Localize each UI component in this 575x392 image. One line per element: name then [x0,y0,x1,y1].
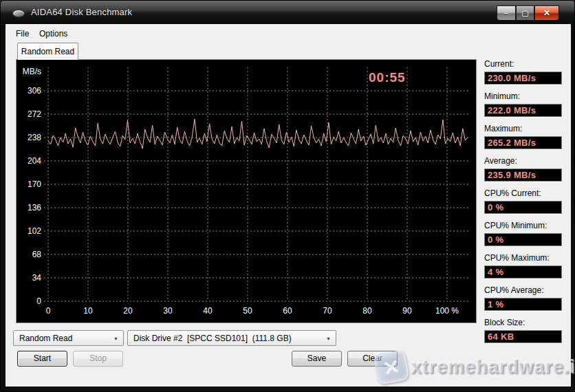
stat-cpu-maximum: CPU% Maximum: 4 % [484,253,565,279]
client-area: File Options Random Read 306272238204170… [6,24,571,386]
svg-text:20: 20 [123,306,133,316]
svg-text:40: 40 [203,306,213,316]
svg-text:90: 90 [402,306,412,316]
stats-panel: Current: 230.0 MB/s Minimum: 222.0 MB/s … [484,59,565,350]
svg-text:MB/s: MB/s [23,67,41,76]
stat-current: Current: 230.0 MB/s [484,59,565,85]
stat-label: CPU% Maximum: [484,253,565,263]
stat-value: 265.2 MB/s [484,136,562,149]
stat-label: Maximum: [484,124,565,133]
window-title: AIDA64 Disk Benchmark [31,7,132,17]
tab-random-read[interactable]: Random Read [17,43,78,60]
stat-label: Minimum: [484,91,565,101]
stat-value: 230.0 MB/s [484,72,562,85]
stat-maximum: Maximum: 265.2 MB/s [484,124,565,149]
benchmark-type-value: Random Read [19,334,72,343]
stat-value: 235.9 MB/s [484,168,562,182]
drive-select[interactable]: Disk Drive #2 [SPCC SSD101] (111.8 GB) ▼ [127,330,336,346]
svg-text:238: 238 [28,133,41,142]
stat-value: 4 % [484,265,562,279]
watermark: ✕ xtremehardware.it [376,352,575,382]
svg-text:272: 272 [28,109,41,119]
stat-average: Average: 235.9 MB/s [484,156,565,182]
stat-value: 0 % [484,233,562,246]
app-icon [12,10,25,17]
benchmark-chart-panel: 30627223820417013610268340MB/s0102030405… [16,59,477,323]
chevron-down-icon: ▼ [326,336,331,341]
stat-block-size: Block Size: 64 KB [484,318,565,343]
stat-label: CPU% Average: [484,285,565,295]
start-button[interactable]: Start [17,351,67,367]
stat-label: Current: [484,59,565,69]
svg-text:170: 170 [28,179,41,189]
svg-text:100 %: 100 % [435,306,459,316]
svg-text:70: 70 [323,306,332,316]
stat-cpu-average: CPU% Average: 1 % [484,285,565,311]
svg-text:0: 0 [36,296,41,306]
benchmark-chart: 30627223820417013610268340MB/s0102030405… [17,60,476,323]
svg-text:68: 68 [32,250,42,259]
drive-select-value: Disk Drive #2 [SPCC SSD101] (111.8 GB) [133,334,292,343]
svg-text:204: 204 [28,156,41,166]
stat-label: CPU% Minimum: [484,221,565,230]
stat-value: 0 % [484,201,562,214]
save-button[interactable]: Save [292,351,342,367]
benchmark-type-select[interactable]: Random Read ▼ [13,330,124,346]
stat-cpu-minimum: CPU% Minimum: 0 % [484,221,565,246]
stat-value: 1 % [484,298,562,311]
svg-text:306: 306 [28,86,41,96]
stat-label: CPU% Current: [484,188,565,198]
stat-label: Average: [484,156,565,166]
svg-text:10: 10 [83,306,93,316]
close-button[interactable]: ✕ [534,6,559,21]
stat-value: 64 KB [484,330,562,343]
app-window: AIDA64 Disk Benchmark – ▢ ✕ File Options… [0,0,575,392]
maximize-button[interactable]: ▢ [516,6,534,21]
svg-text:34: 34 [32,273,42,283]
svg-text:0: 0 [46,306,51,316]
svg-text:50: 50 [243,306,252,316]
menu-file[interactable]: File [12,28,32,40]
chevron-down-icon: ▼ [113,336,118,341]
stop-button[interactable]: Stop [73,351,123,367]
minimize-button[interactable]: – [497,6,516,21]
svg-text:30: 30 [163,306,173,316]
title-bar[interactable]: AIDA64 Disk Benchmark – ▢ ✕ [1,1,575,24]
stat-minimum: Minimum: 222.0 MB/s [484,91,565,117]
svg-text:136: 136 [28,203,41,213]
stat-value: 222.0 MB/s [484,104,562,117]
svg-text:00:55: 00:55 [369,70,406,85]
clear-button[interactable]: Clear [347,351,398,367]
menu-options[interactable]: Options [36,28,71,40]
svg-text:60: 60 [283,306,292,316]
stat-cpu-current: CPU% Current: 0 % [484,188,565,214]
svg-text:80: 80 [362,306,372,316]
stat-label: Block Size: [484,318,565,327]
svg-text:102: 102 [28,226,41,236]
watermark-text: xtremehardware.it [411,357,575,378]
